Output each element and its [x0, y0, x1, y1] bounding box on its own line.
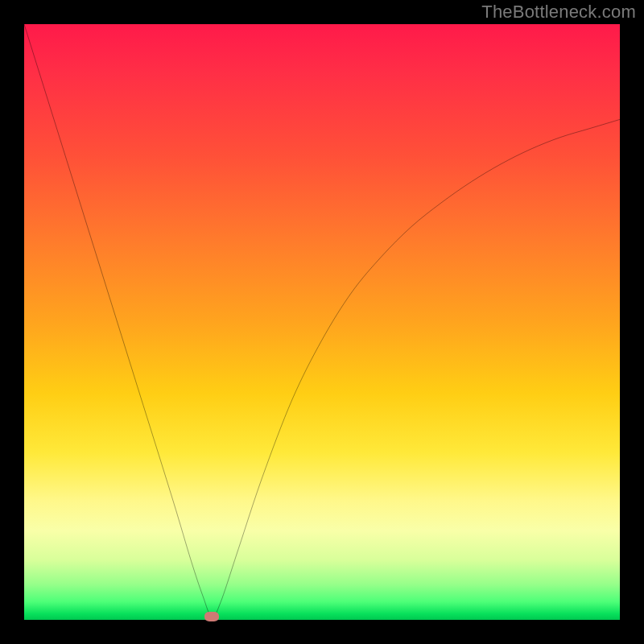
- optimal-point-marker: [204, 612, 219, 621]
- bottleneck-curve: [24, 24, 620, 617]
- curve-layer: [24, 24, 620, 620]
- plot-area: [24, 24, 620, 620]
- watermark-label: TheBottleneck.com: [481, 2, 636, 23]
- chart-container: TheBottleneck.com: [0, 0, 644, 644]
